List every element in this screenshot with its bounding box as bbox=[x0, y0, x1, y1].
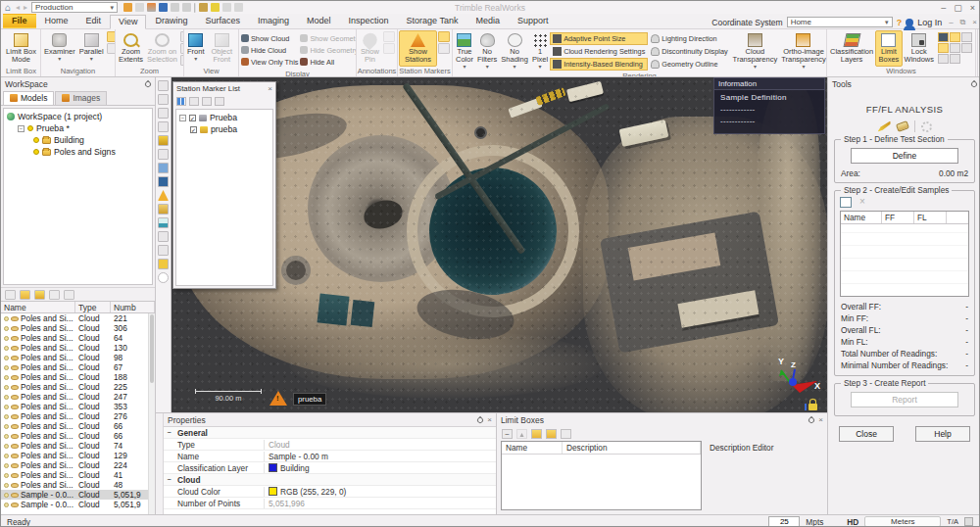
table-row[interactable]: Poles and Si...Cloud64 bbox=[1, 333, 155, 343]
login-button[interactable]: Log In bbox=[917, 18, 942, 27]
search-icon[interactable] bbox=[5, 290, 16, 300]
visibility-bulb-icon[interactable] bbox=[4, 463, 9, 468]
help-icon[interactable]: ? bbox=[897, 18, 903, 27]
zoom-extents-button[interactable]: Zoom Extents bbox=[117, 30, 145, 67]
viewport-tool-icon[interactable] bbox=[158, 135, 169, 146]
visibility-bulb-icon[interactable] bbox=[4, 326, 9, 331]
property-group-general[interactable]: − General bbox=[164, 427, 496, 439]
apply-icon[interactable] bbox=[546, 429, 557, 439]
visibility-bulb-icon[interactable] bbox=[27, 125, 33, 131]
close-icon[interactable]: × bbox=[487, 415, 492, 424]
viewport-3d[interactable]: 90.00 m prueba Y Z X bbox=[156, 77, 827, 412]
filter-editor-icon[interactable] bbox=[64, 290, 74, 300]
property-group-cloud[interactable]: − Cloud bbox=[164, 474, 496, 486]
view-lock-icon[interactable] bbox=[808, 404, 817, 410]
qat-icon[interactable] bbox=[211, 3, 220, 12]
viewport-tool-icon[interactable] bbox=[158, 231, 169, 242]
workflow-combobox[interactable]: Production ▾ bbox=[31, 2, 118, 13]
station-marker-label[interactable]: prueba bbox=[293, 393, 326, 406]
rendering-toggle[interactable]: Intensity-Based Blending bbox=[550, 58, 648, 71]
table-row[interactable]: Poles and Si...Cloud41 bbox=[1, 470, 155, 480]
table-row[interactable]: Poles and Si...Cloud306 bbox=[1, 323, 155, 333]
property-row-cloud-color[interactable]: Cloud Color RGB (255, 229, 0) bbox=[164, 486, 496, 498]
true-color-button[interactable]: True Color▾ bbox=[454, 30, 475, 72]
column-header-name[interactable]: Name bbox=[502, 442, 563, 454]
cloud-transparency-button[interactable]: Cloud Transparency▾ bbox=[731, 30, 780, 72]
visibility-bulb-icon[interactable] bbox=[4, 356, 9, 360]
table-row[interactable]: Poles and Si...Cloud130 bbox=[1, 343, 155, 353]
show-stations-button[interactable]: Show Stations bbox=[399, 30, 437, 67]
window-layout-tile[interactable] bbox=[938, 32, 949, 42]
close-small-icon[interactable]: × bbox=[972, 18, 977, 26]
forward-icon[interactable]: ▸ bbox=[24, 3, 27, 12]
qat-icon[interactable] bbox=[147, 3, 156, 12]
rendering-toggle[interactable]: Adaptive Point Size bbox=[550, 32, 648, 45]
qat-icon[interactable] bbox=[194, 3, 196, 13]
ribbon-tab[interactable]: Media bbox=[466, 14, 509, 28]
coordinate-system-combobox[interactable]: Home ▾ bbox=[787, 17, 893, 27]
tree-item-folder[interactable]: Building bbox=[4, 134, 152, 146]
expand-all-icon[interactable] bbox=[202, 97, 212, 106]
tree-item-station[interactable]: ✓ prueba bbox=[176, 123, 272, 135]
collapse-icon[interactable]: − bbox=[18, 125, 24, 132]
display-toggle[interactable]: Hide Geometry bbox=[300, 44, 357, 56]
close-icon[interactable]: × bbox=[268, 84, 272, 93]
visibility-bulb-icon[interactable] bbox=[4, 444, 9, 449]
visibility-bulb-icon[interactable] bbox=[4, 424, 9, 429]
ribbon-tab[interactable]: Model bbox=[298, 14, 340, 28]
open-folder-icon[interactable] bbox=[531, 429, 542, 439]
table-row[interactable]: Poles and Si...Cloud224 bbox=[1, 460, 155, 470]
qat-icon[interactable] bbox=[222, 3, 231, 12]
settings-icon[interactable] bbox=[921, 121, 932, 132]
qat-icon[interactable] bbox=[171, 3, 179, 12]
viewport-tool-icon[interactable] bbox=[158, 121, 169, 132]
parallel-button[interactable]: Parallel▾ bbox=[77, 30, 106, 67]
visibility-bulb-icon[interactable] bbox=[4, 473, 9, 478]
ribbon-tab[interactable]: Home bbox=[36, 14, 77, 28]
window-layout-tile[interactable] bbox=[938, 43, 949, 53]
table-row[interactable]: Poles and Si...Cloud74 bbox=[1, 441, 155, 451]
display-toggle[interactable]: Hide All bbox=[300, 56, 357, 68]
qat-icon[interactable] bbox=[182, 3, 191, 12]
viewport-tool-icon[interactable] bbox=[158, 272, 169, 283]
annotation-lock-button[interactable] bbox=[383, 31, 395, 42]
table-row[interactable]: Poles and Si...Cloud66 bbox=[1, 421, 155, 431]
window-layout-tile[interactable] bbox=[961, 32, 972, 42]
viewport-tool-icon[interactable] bbox=[158, 217, 169, 228]
warning-icon[interactable] bbox=[270, 391, 287, 406]
pin-icon[interactable] bbox=[808, 415, 815, 423]
zoom-on-selection-button[interactable]: Zoom on Selection bbox=[145, 30, 179, 67]
qat-icon[interactable] bbox=[199, 3, 208, 12]
viewport-tool-icon[interactable] bbox=[158, 190, 169, 201]
column-header-fl[interactable]: FL bbox=[914, 212, 947, 223]
rendering-toggle[interactable]: Cloud Rendering Settings bbox=[550, 45, 648, 58]
ribbon-tab[interactable]: Storage Tank bbox=[398, 14, 467, 28]
help-button[interactable]: Help bbox=[915, 426, 970, 442]
column-header-name[interactable]: Name bbox=[841, 212, 882, 223]
move-up-icon[interactable] bbox=[34, 290, 45, 300]
visibility-bulb-icon[interactable] bbox=[4, 483, 9, 488]
tree-item-project[interactable]: − Prueba * bbox=[4, 122, 152, 134]
collapse-ribbon-icon[interactable]: – bbox=[949, 18, 953, 26]
tab-models[interactable]: Models bbox=[3, 91, 54, 105]
status-grid-icon[interactable] bbox=[964, 517, 973, 526]
visibility-bulb-icon[interactable] bbox=[4, 395, 9, 400]
navigation-option-button[interactable] bbox=[107, 43, 116, 54]
rendering-toggle[interactable]: Discontinuity Display bbox=[648, 45, 730, 58]
ribbon-tab[interactable]: Inspection bbox=[340, 14, 398, 28]
window-layout-tile[interactable] bbox=[950, 54, 960, 64]
tree-item-folder[interactable]: Poles and Signs bbox=[4, 146, 152, 158]
column-header-numb[interactable]: Numb bbox=[111, 302, 155, 312]
viewport-tool-icon[interactable] bbox=[158, 149, 169, 160]
window-layout-tile[interactable] bbox=[950, 32, 960, 42]
visibility-bulb-icon[interactable] bbox=[4, 385, 9, 390]
display-toggle[interactable]: View Only This bbox=[241, 56, 298, 68]
visibility-bulb-icon[interactable] bbox=[33, 149, 39, 155]
show-pin-button[interactable]: Show Pin bbox=[358, 30, 382, 67]
viewport-tool-icon[interactable] bbox=[158, 163, 169, 173]
table-row[interactable]: Poles and Si...Cloud188 bbox=[1, 372, 155, 382]
table-row[interactable]: Poles and Si...Cloud48 bbox=[1, 480, 155, 490]
column-header-description[interactable]: Description bbox=[563, 442, 701, 454]
pin-icon[interactable] bbox=[970, 79, 978, 87]
checkbox[interactable]: ✓ bbox=[189, 115, 196, 121]
